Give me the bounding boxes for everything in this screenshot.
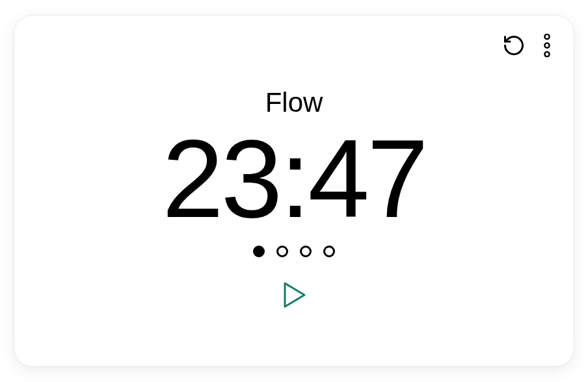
reset-button[interactable] — [502, 34, 526, 59]
session-title: Flow — [265, 87, 323, 118]
top-actions — [502, 34, 550, 59]
more-button[interactable] — [544, 34, 550, 59]
svg-point-2 — [544, 52, 549, 57]
progress-dots — [253, 246, 335, 257]
progress-dot — [253, 246, 265, 257]
reset-icon — [502, 34, 526, 59]
progress-dot — [276, 246, 288, 257]
progress-dot — [300, 246, 312, 257]
play-icon — [281, 281, 307, 311]
timer-display: 23:47 — [162, 123, 425, 234]
play-button[interactable] — [278, 278, 310, 314]
more-icon — [544, 34, 550, 59]
svg-point-1 — [544, 43, 549, 47]
svg-marker-3 — [285, 283, 304, 307]
timer-card: Flow 23:47 — [14, 16, 574, 366]
svg-point-0 — [544, 34, 549, 39]
progress-dot — [323, 246, 335, 257]
